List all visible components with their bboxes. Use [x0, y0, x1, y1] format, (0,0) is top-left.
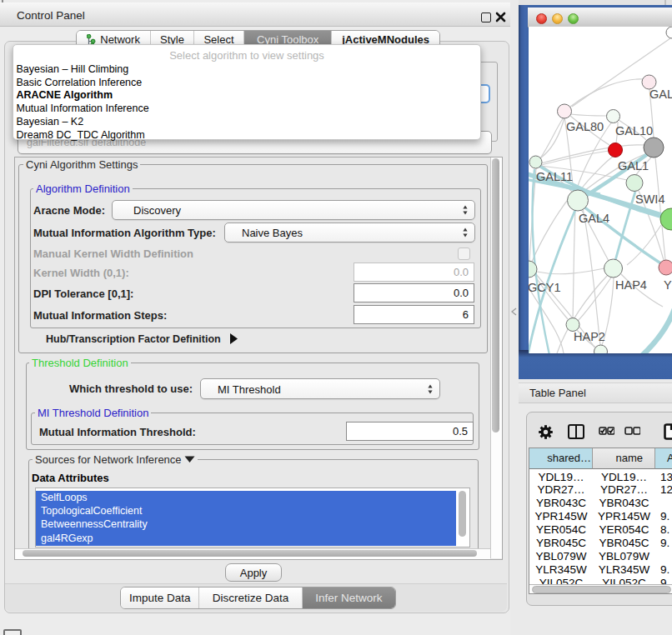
svg-text:GCY1: GCY1 — [529, 281, 561, 294]
svg-text:GAL1: GAL1 — [618, 159, 649, 172]
svg-text:GAL10: GAL10 — [615, 124, 653, 138]
svg-text:HAP4: HAP4 — [615, 278, 647, 292]
svg-text:HAP2: HAP2 — [574, 330, 605, 343]
svg-text:SWI4: SWI4 — [635, 192, 664, 206]
svg-text:GAL4: GAL4 — [579, 212, 609, 225]
svg-text:GAL80: GAL80 — [566, 120, 604, 133]
svg-text:GAL7: GAL7 — [649, 88, 672, 101]
svg-text:GAL11: GAL11 — [536, 170, 573, 183]
svg-text:Y: Y — [664, 278, 672, 292]
